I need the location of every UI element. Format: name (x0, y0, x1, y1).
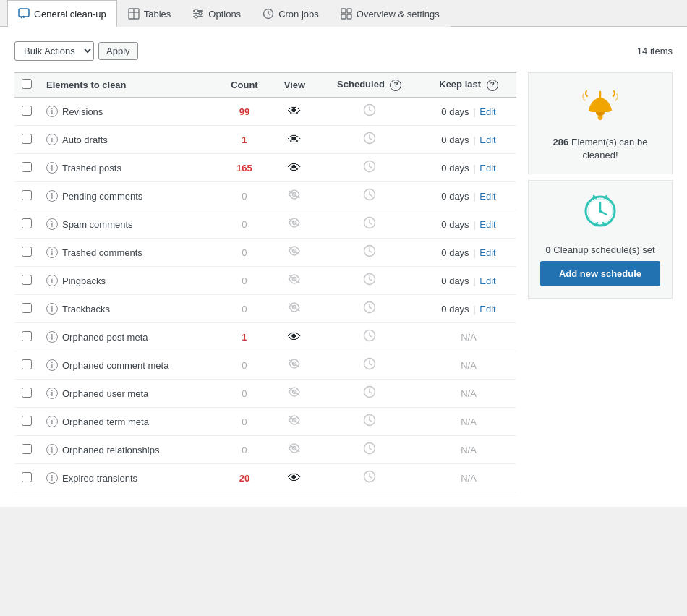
select-all-checkbox[interactable] (22, 79, 32, 89)
row-checkbox[interactable] (22, 190, 32, 200)
tab-overview-settings[interactable]: Overview & settings (330, 0, 451, 27)
edit-link[interactable]: Edit (479, 191, 495, 202)
element-name-label: Spam comments (62, 219, 133, 230)
clock-icon[interactable] (363, 473, 376, 485)
element-name-cell: i Trashed comments (39, 239, 217, 267)
svg-point-86 (599, 210, 602, 213)
edit-link[interactable]: Edit (479, 304, 495, 315)
toolbar-left: Bulk Actions Apply (14, 41, 138, 61)
tab-options[interactable]: Options (182, 0, 252, 27)
row-checkbox[interactable] (22, 388, 32, 398)
clock-icon[interactable] (363, 332, 376, 344)
tab-general-cleanup[interactable]: General clean-up (7, 0, 117, 27)
row-checkbox[interactable] (22, 275, 32, 285)
row-checkbox-cell (14, 323, 39, 351)
info-icon[interactable]: i (46, 275, 58, 286)
info-icon[interactable]: i (46, 444, 58, 455)
clock-icon[interactable] (363, 134, 376, 147)
info-icon[interactable]: i (46, 134, 58, 145)
edit-link[interactable]: Edit (479, 106, 495, 117)
row-checkbox[interactable] (22, 218, 32, 228)
svg-point-9 (195, 9, 197, 12)
view-cell (271, 380, 317, 408)
info-icon[interactable]: i (46, 162, 58, 174)
element-name-cell: i Orphaned term meta (39, 408, 217, 436)
row-checkbox[interactable] (22, 416, 32, 426)
tab-tables[interactable]: Tables (117, 0, 182, 27)
edit-link[interactable]: Edit (479, 275, 495, 286)
row-checkbox[interactable] (22, 106, 32, 116)
eye-icon-inactive (288, 359, 301, 371)
row-checkbox[interactable] (22, 444, 32, 454)
row-checkbox[interactable] (22, 303, 32, 313)
bulk-actions-select[interactable]: Bulk Actions (14, 41, 94, 61)
element-name-cell: i Revisions (39, 98, 217, 126)
element-name-label: Pingbacks (62, 275, 106, 286)
elements-table: Elements to clean Count View Scheduled ? (14, 72, 516, 492)
na-value: N/A (461, 388, 477, 399)
element-name-cell: i Trashed posts (39, 154, 217, 182)
info-icon[interactable]: i (46, 106, 58, 117)
edit-link[interactable]: Edit (479, 247, 495, 258)
info-icon[interactable]: i (46, 190, 58, 202)
tab-cron-jobs-label: Cron jobs (278, 9, 319, 20)
edit-link[interactable]: Edit (479, 134, 495, 145)
tab-options-label: Options (208, 9, 241, 20)
apply-button[interactable]: Apply (98, 42, 138, 60)
info-icon[interactable]: i (46, 303, 58, 315)
edit-link[interactable]: Edit (479, 219, 495, 230)
row-checkbox-cell (14, 267, 39, 295)
scheduled-help-icon[interactable]: ? (390, 80, 401, 91)
info-icon[interactable]: i (46, 218, 58, 230)
cron-clock-icon (263, 8, 274, 20)
row-checkbox[interactable] (22, 247, 32, 257)
view-cell: 👁 (271, 154, 317, 182)
content-wrapper: Elements to clean Count View Scheduled ? (14, 72, 673, 492)
keep-last-cell: N/A (421, 464, 516, 492)
add-schedule-button[interactable]: Add new schedule (540, 261, 660, 286)
keep-last-value: 0 days (441, 219, 469, 230)
element-name-cell: i Orphaned user meta (39, 380, 217, 408)
tab-cron-jobs[interactable]: Cron jobs (252, 0, 330, 27)
table-row: i Spam comments 0 0 days | Edit (14, 210, 516, 239)
info-icon[interactable]: i (46, 388, 58, 399)
count-value: 20 (239, 473, 249, 484)
clock-icon[interactable] (363, 275, 376, 288)
eye-icon-active[interactable]: 👁 (288, 161, 301, 175)
edit-link[interactable]: Edit (479, 163, 495, 174)
clock-icon[interactable] (363, 163, 376, 175)
keep-last-help-icon[interactable]: ? (487, 80, 498, 91)
keep-last-cell: 0 days | Edit (421, 239, 516, 267)
row-checkbox[interactable] (22, 359, 32, 369)
info-icon[interactable]: i (46, 247, 58, 258)
elements-header: Elements to clean (39, 73, 217, 98)
info-icon[interactable]: i (46, 472, 58, 484)
row-checkbox[interactable] (22, 134, 32, 144)
eye-icon-active[interactable]: 👁 (288, 104, 301, 119)
view-cell (271, 210, 317, 239)
row-checkbox[interactable] (22, 331, 32, 341)
row-checkbox[interactable] (22, 162, 32, 172)
clock-icon[interactable] (363, 247, 376, 260)
info-icon[interactable]: i (46, 331, 58, 343)
eye-icon-inactive (288, 302, 301, 315)
clock-icon[interactable] (363, 219, 376, 231)
eye-icon-active[interactable]: 👁 (288, 132, 301, 147)
clock-icon[interactable] (363, 304, 376, 316)
info-icon[interactable]: i (46, 359, 58, 371)
row-checkbox[interactable] (22, 472, 32, 482)
clock-icon[interactable] (363, 388, 376, 401)
clock-icon[interactable] (363, 191, 376, 203)
clock-icon[interactable] (363, 416, 376, 429)
clock-icon[interactable] (363, 106, 376, 119)
element-name-label: Revisions (62, 106, 103, 117)
count-cell: 0 (217, 380, 271, 408)
clock-icon[interactable] (363, 445, 376, 457)
keep-last-header: Keep last ? (421, 73, 516, 98)
info-icon[interactable]: i (46, 416, 58, 427)
eye-icon-active[interactable]: 👁 (288, 330, 301, 344)
eye-icon-active[interactable]: 👁 (288, 471, 301, 485)
clock-icon[interactable] (363, 360, 376, 372)
svg-line-21 (370, 110, 372, 111)
svg-line-27 (370, 166, 372, 168)
